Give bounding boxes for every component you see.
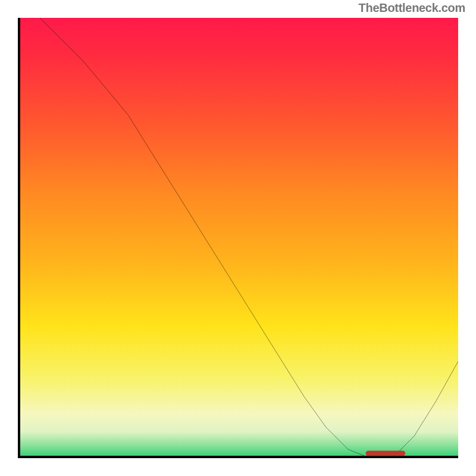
chart-area — [18, 18, 458, 458]
watermark-text: TheBottleneck.com — [359, 0, 465, 15]
curve-path — [40, 18, 458, 458]
page-root: TheBottleneck.com — [0, 0, 476, 476]
optimal-zone-marker — [366, 450, 406, 456]
chart-svg — [18, 18, 458, 458]
